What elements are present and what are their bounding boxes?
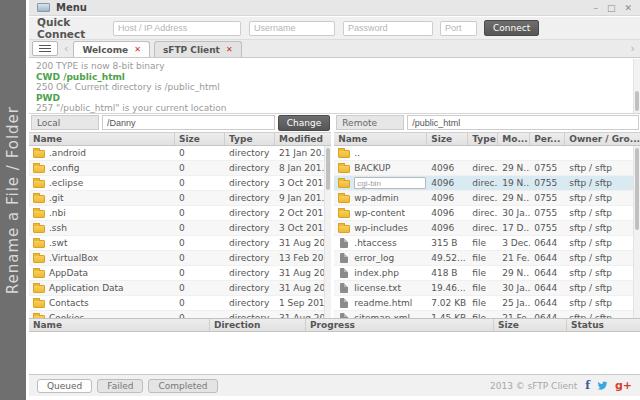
file-name: readme.html — [354, 298, 412, 308]
cell-size: 0 — [175, 268, 225, 278]
file-icon — [340, 283, 348, 293]
folder-icon — [33, 240, 45, 248]
file-icon — [340, 253, 348, 263]
cell-owner: sftp / sftp — [565, 268, 633, 278]
cell-size: 0 — [175, 178, 225, 188]
file-row[interactable]: .. — [334, 146, 633, 161]
file-name: BACKUP — [354, 163, 390, 173]
file-row[interactable]: .swt0directory31 Aug 20... — [29, 236, 324, 251]
column-header-type[interactable]: Type — [225, 133, 275, 145]
close-icon[interactable]: ✕ — [624, 3, 632, 13]
tab-welcome[interactable]: Welcome ✕ — [73, 41, 150, 57]
file-row[interactable]: .VirtualBox0directory13 Feb 20... — [29, 251, 324, 266]
file-row[interactable]: Contacts0directory1 Sep 201... — [29, 296, 324, 311]
folder-icon — [33, 210, 45, 218]
column-header-type[interactable]: Type — [468, 133, 498, 145]
remote-column-headers[interactable]: NameSizeTypeMo...Per...Owner / Gro... — [334, 132, 640, 146]
cell-type: directory — [225, 193, 275, 203]
cell-size: 4096 — [427, 163, 468, 173]
tab-menu-button[interactable] — [32, 41, 58, 56]
file-row[interactable]: .android0directory21 Jan 20... — [29, 146, 324, 161]
password-input[interactable] — [343, 21, 433, 36]
folder-icon — [338, 150, 350, 158]
cell-size: 4096 — [427, 223, 468, 233]
column-header-progress[interactable]: Progress — [306, 319, 494, 331]
tab-scroll-right-icon[interactable]: › — [631, 42, 635, 55]
twitter-icon[interactable] — [597, 380, 608, 391]
cell-owner: sftp / sftp — [565, 208, 633, 218]
file-row[interactable]: sitemap.xml1.45 KBfile21 Fe...0644sftp /… — [334, 311, 633, 318]
google-plus-icon[interactable]: g+ — [615, 379, 632, 392]
maximize-icon[interactable]: □ — [607, 3, 616, 13]
file-row[interactable]: AppData0directory31 Aug 20... — [29, 266, 324, 281]
port-input[interactable] — [440, 21, 477, 36]
cell-name: .htaccess — [334, 238, 427, 248]
username-input[interactable] — [249, 21, 335, 36]
column-header-name[interactable]: Name — [29, 319, 210, 331]
folder-icon — [33, 270, 45, 278]
connect-button[interactable]: Connect — [484, 20, 539, 36]
column-header-per[interactable]: Per... — [530, 133, 565, 145]
tab-sftp-client[interactable]: sFTP Client ✕ — [154, 41, 242, 57]
file-row[interactable]: readme.html7.02 KBfile25 Ja...0644sftp /… — [334, 296, 633, 311]
cell-modified: 21 Jan 20... — [275, 148, 324, 158]
cell-owner: sftp / sftp — [565, 238, 633, 248]
file-row[interactable]: Cookies0directory31 Aug 20... — [29, 311, 324, 318]
transfer-queue-body — [29, 332, 640, 374]
file-row[interactable]: .git0directory9 Jan 201... — [29, 191, 324, 206]
file-row[interactable]: .ssh0directory3 Oct 201... — [29, 221, 324, 236]
file-row[interactable]: wp-includes4096direc...17 D...0755sftp /… — [334, 221, 633, 236]
file-row[interactable]: .eclipse0directory3 Oct 201... — [29, 176, 324, 191]
file-row[interactable]: error_log49.52...file21 Fe...0644sftp / … — [334, 251, 633, 266]
session-tab-bar: ‹ Welcome ✕ sFTP Client ✕ › — [29, 40, 640, 58]
file-row[interactable]: .nbi0directory2 Oct 201... — [29, 206, 324, 221]
column-header-name[interactable]: Name — [29, 133, 175, 145]
file-row[interactable]: BACKUP4096direc...29 N...0755sftp / sftp — [334, 161, 633, 176]
tab-sftp-client-close-icon[interactable]: ✕ — [226, 45, 233, 54]
host-input[interactable] — [113, 21, 241, 36]
transfer-queue-headers[interactable]: NameDirectionProgressSizeStatus — [29, 318, 640, 332]
change-directory-button[interactable]: Change — [278, 115, 330, 131]
cell-size: 19.46... — [427, 283, 468, 293]
column-header-name[interactable]: Name — [334, 133, 427, 145]
remote-scrollbar[interactable] — [633, 146, 640, 318]
column-header-size[interactable]: Size — [494, 319, 567, 331]
rename-input[interactable] — [354, 177, 426, 189]
column-header-modified[interactable]: Modified — [275, 133, 331, 145]
folder-icon — [338, 210, 350, 218]
cell-name: .android — [29, 148, 175, 158]
cell-modified: 3 Oct 201... — [275, 223, 324, 233]
tab-queued[interactable]: Queued — [37, 379, 92, 393]
column-header-status[interactable]: Status — [567, 319, 640, 331]
column-header-size[interactable]: Size — [175, 133, 225, 145]
column-header-size[interactable]: Size — [427, 133, 468, 145]
folder-icon — [33, 285, 45, 293]
log-scrollbar[interactable] — [633, 59, 640, 113]
file-row[interactable]: license.txt19.46...file30 Ja...0644sftp … — [334, 281, 633, 296]
file-name: .android — [49, 148, 86, 158]
column-header-direction[interactable]: Direction — [210, 319, 306, 331]
file-row[interactable]: wp-admin4096direc...29 N...0755sftp / sf… — [334, 191, 633, 206]
tab-welcome-close-icon[interactable]: ✕ — [134, 45, 141, 54]
local-column-headers[interactable]: NameSizeTypeModified — [29, 132, 331, 146]
remote-path-input[interactable] — [407, 115, 639, 130]
menu-button[interactable]: Menu — [56, 2, 87, 13]
file-row[interactable]: Application Data0directory31 Aug 20... — [29, 281, 324, 296]
file-row[interactable]: index.php418 Bfile29 N...0644sftp / sftp — [334, 266, 633, 281]
file-row[interactable]: wp-content4096direc...30 Ja...0755sftp /… — [334, 206, 633, 221]
file-row[interactable]: .config0directory8 Jan 201... — [29, 161, 324, 176]
cell-size: 0 — [175, 193, 225, 203]
cell-size: 0 — [175, 253, 225, 263]
column-header-mo[interactable]: Mo... — [498, 133, 530, 145]
tab-scroll-left-icon[interactable]: ‹ — [64, 42, 68, 55]
file-row[interactable]: 4096direc...19 N...0755sftp / sftp — [334, 176, 633, 191]
local-path-input[interactable] — [102, 115, 275, 130]
column-header-owner[interactable]: Owner / Gro... — [565, 133, 640, 145]
title-bar: Menu – □ ✕ — [29, 0, 640, 16]
facebook-icon[interactable]: f — [585, 379, 590, 392]
minimize-icon[interactable]: – — [593, 3, 598, 13]
tab-failed[interactable]: Failed — [97, 379, 143, 393]
local-scrollbar[interactable] — [324, 146, 331, 318]
file-row[interactable]: .htaccess315 Bfile3 Dec...0644sftp / sft… — [334, 236, 633, 251]
tab-completed[interactable]: Completed — [148, 379, 217, 393]
